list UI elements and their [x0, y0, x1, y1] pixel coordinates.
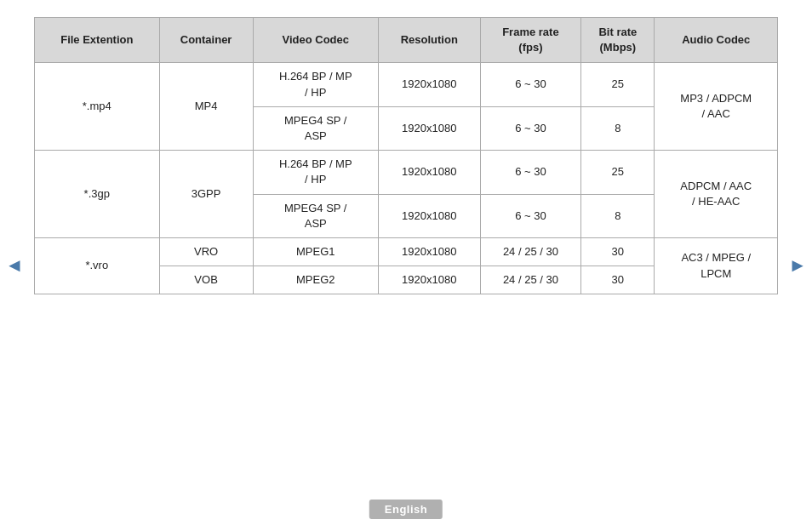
cell-vro-container1: VRO	[159, 237, 253, 266]
cell-3gp-res2: 1920x1080	[378, 194, 480, 237]
cell-3gp-bitrate1: 25	[581, 151, 655, 194]
header-resolution: Resolution	[378, 18, 480, 63]
cell-mp4-codec2: MPEG4 SP /ASP	[253, 106, 378, 150]
language-label: English	[369, 500, 443, 519]
header-bit-rate: Bit rate(Mbps)	[581, 18, 655, 63]
cell-vro-audio: AC3 / MPEG /LPCM	[655, 237, 778, 294]
header-file-extension: File Extention	[35, 18, 160, 63]
cell-mp4-container: MP4	[159, 63, 253, 151]
cell-vro-fps2: 24 / 25 / 30	[480, 266, 581, 294]
page-wrapper: ◄ ► File Extention Container Video Codec…	[0, 0, 812, 531]
cell-vro-codec2: MPEG2	[253, 266, 378, 294]
cell-3gp-audio: ADPCM / AAC/ HE-AAC	[655, 151, 778, 238]
cell-vro-bitrate2: 30	[581, 266, 655, 294]
header-container: Container	[159, 18, 253, 63]
cell-3gp-container: 3GPP	[159, 151, 253, 238]
cell-vro-codec1: MPEG1	[253, 237, 378, 266]
table-area: File Extention Container Video Codec Res…	[0, 0, 812, 294]
cell-mp4-res1: 1920x1080	[378, 63, 480, 106]
codec-table: File Extention Container Video Codec Res…	[34, 17, 778, 294]
cell-3gp-codec2: MPEG4 SP /ASP	[253, 194, 378, 237]
cell-mp4-codec1: H.264 BP / MP/ HP	[253, 63, 378, 106]
table-header-row: File Extention Container Video Codec Res…	[35, 18, 778, 63]
table-row: *.mp4 MP4 H.264 BP / MP/ HP 1920x1080 6 …	[35, 63, 778, 106]
cell-mp4-bitrate2: 8	[581, 106, 655, 150]
cell-vro-res1: 1920x1080	[378, 237, 480, 266]
cell-mp4-ext: *.mp4	[35, 63, 160, 151]
cell-3gp-ext: *.3gp	[35, 151, 160, 238]
cell-vro-container2: VOB	[159, 266, 253, 294]
header-frame-rate: Frame rate(fps)	[480, 18, 581, 63]
cell-3gp-res1: 1920x1080	[378, 151, 480, 194]
cell-mp4-bitrate1: 25	[581, 63, 655, 106]
cell-vro-bitrate1: 30	[581, 237, 655, 266]
cell-mp4-fps1: 6 ~ 30	[480, 63, 581, 106]
cell-3gp-bitrate2: 8	[581, 194, 655, 237]
cell-mp4-fps2: 6 ~ 30	[480, 106, 581, 150]
cell-mp4-audio: MP3 / ADPCM/ AAC	[655, 63, 778, 151]
table-row: *.vro VRO MPEG1 1920x1080 24 / 25 / 30 3…	[35, 237, 778, 266]
header-video-codec: Video Codec	[253, 18, 378, 63]
header-audio-codec: Audio Codec	[655, 18, 778, 63]
cell-3gp-codec1: H.264 BP / MP/ HP	[253, 151, 378, 194]
cell-mp4-res2: 1920x1080	[378, 106, 480, 150]
cell-vro-fps1: 24 / 25 / 30	[480, 237, 581, 266]
cell-3gp-fps2: 6 ~ 30	[480, 194, 581, 237]
cell-vro-ext: *.vro	[35, 237, 160, 294]
cell-3gp-fps1: 6 ~ 30	[480, 151, 581, 194]
table-row: *.3gp 3GPP H.264 BP / MP/ HP 1920x1080 6…	[35, 151, 778, 194]
cell-vro-res2: 1920x1080	[378, 266, 480, 294]
